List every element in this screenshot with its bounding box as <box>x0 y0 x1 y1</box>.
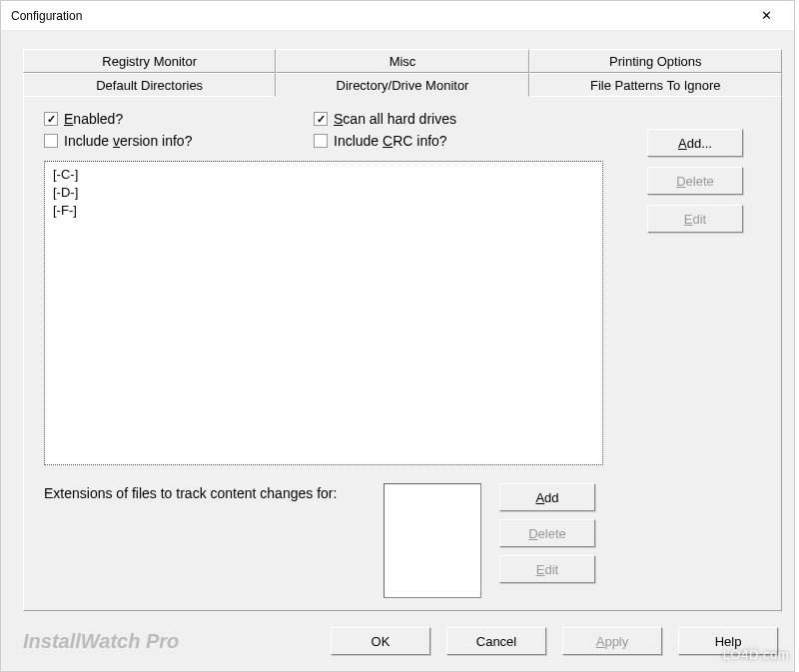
tab-page: Enabled? Scan all hard drives <box>23 97 782 611</box>
edit-extension-button[interactable]: Edit <box>499 555 595 583</box>
include-crc-info-checkbox[interactable]: Include CRC info? <box>314 133 523 149</box>
drive-listbox[interactable]: [-C-] [-D-] [-F-] <box>44 161 603 465</box>
enabled-checkbox[interactable]: Enabled? <box>44 111 274 127</box>
drive-buttons: Add... Delete Edit <box>647 129 743 233</box>
close-icon: ✕ <box>761 8 772 23</box>
tab-default-directories[interactable]: Default Directories <box>23 73 276 97</box>
titlebar: Configuration ✕ <box>1 1 794 31</box>
extensions-section: Extensions of files to track content cha… <box>44 483 763 598</box>
checkbox-icon <box>314 112 328 126</box>
tab-file-patterns-to-ignore[interactable]: File Patterns To Ignore <box>529 73 782 97</box>
configuration-window: Configuration ✕ Registry Monitor Misc Pr… <box>0 0 795 672</box>
tab-strip: Registry Monitor Misc Printing Options D… <box>23 49 782 611</box>
check-row-1: Enabled? Scan all hard drives <box>44 111 763 127</box>
extensions-buttons: Add Delete Edit <box>499 483 595 583</box>
tab-row-1: Registry Monitor Misc Printing Options <box>23 49 782 73</box>
tab-registry-monitor[interactable]: Registry Monitor <box>23 49 276 73</box>
checkbox-icon <box>314 134 328 148</box>
window-title: Configuration <box>11 9 82 23</box>
cancel-button[interactable]: Cancel <box>446 627 546 655</box>
list-item[interactable]: [-F-] <box>53 202 594 220</box>
checkbox-icon <box>44 112 58 126</box>
add-drive-button[interactable]: Add... <box>647 129 743 157</box>
edit-drive-button[interactable]: Edit <box>647 205 743 233</box>
add-extension-button[interactable]: Add <box>499 483 595 511</box>
drive-section: [-C-] [-D-] [-F-] Add... Delete Edit <box>44 155 763 465</box>
footer: InstallWatch Pro OK Cancel Apply Help <box>23 627 778 655</box>
tab-row-2: Default Directories Directory/Drive Moni… <box>23 73 782 97</box>
extensions-label: Extensions of files to track content cha… <box>44 483 374 501</box>
watermark: LO4D.com <box>723 647 789 662</box>
scan-all-drives-checkbox[interactable]: Scan all hard drives <box>314 111 523 127</box>
list-item[interactable]: [-D-] <box>53 184 594 202</box>
app-name-label: InstallWatch Pro <box>23 630 331 653</box>
content-area: Registry Monitor Misc Printing Options D… <box>1 31 794 671</box>
include-version-info-checkbox[interactable]: Include version info? <box>44 133 274 149</box>
apply-button[interactable]: Apply <box>562 627 662 655</box>
checkbox-icon <box>44 134 58 148</box>
close-button[interactable]: ✕ <box>746 4 786 28</box>
list-item[interactable]: [-C-] <box>53 166 594 184</box>
tab-misc[interactable]: Misc <box>276 49 528 73</box>
ok-button[interactable]: OK <box>331 627 430 655</box>
delete-drive-button[interactable]: Delete <box>647 167 743 195</box>
tab-directory-drive-monitor[interactable]: Directory/Drive Monitor <box>276 73 528 97</box>
extensions-listbox[interactable] <box>384 483 481 598</box>
footer-buttons: OK Cancel Apply Help <box>331 627 778 655</box>
tab-printing-options[interactable]: Printing Options <box>529 49 782 73</box>
delete-extension-button[interactable]: Delete <box>499 519 595 547</box>
